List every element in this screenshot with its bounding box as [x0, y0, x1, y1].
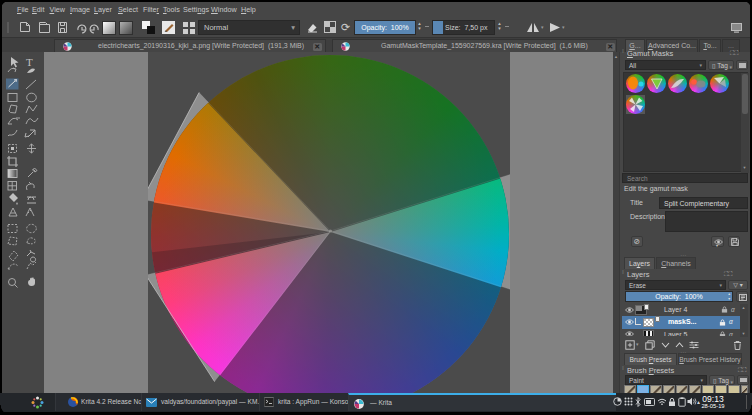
svg-text:T: T: [26, 56, 33, 68]
